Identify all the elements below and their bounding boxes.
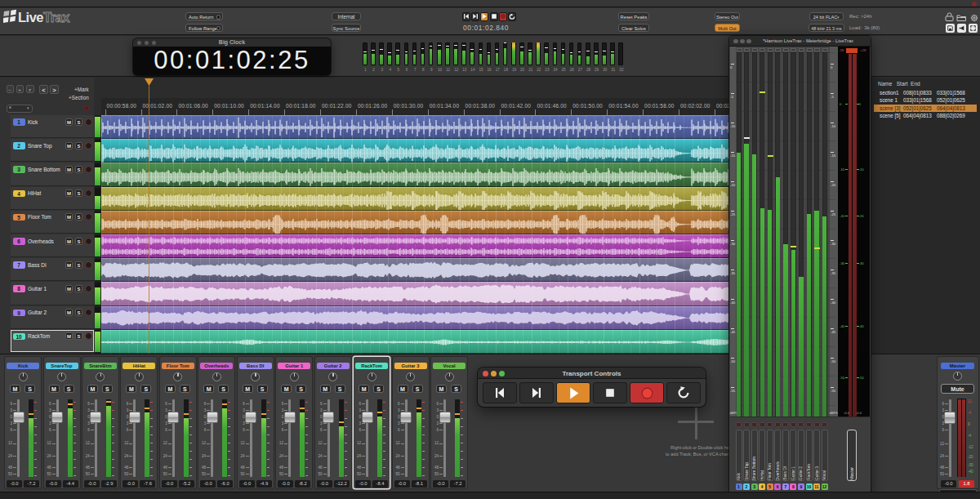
svg-text:Live: Live (18, 10, 43, 25)
svg-text:Trax: Trax (43, 10, 70, 25)
